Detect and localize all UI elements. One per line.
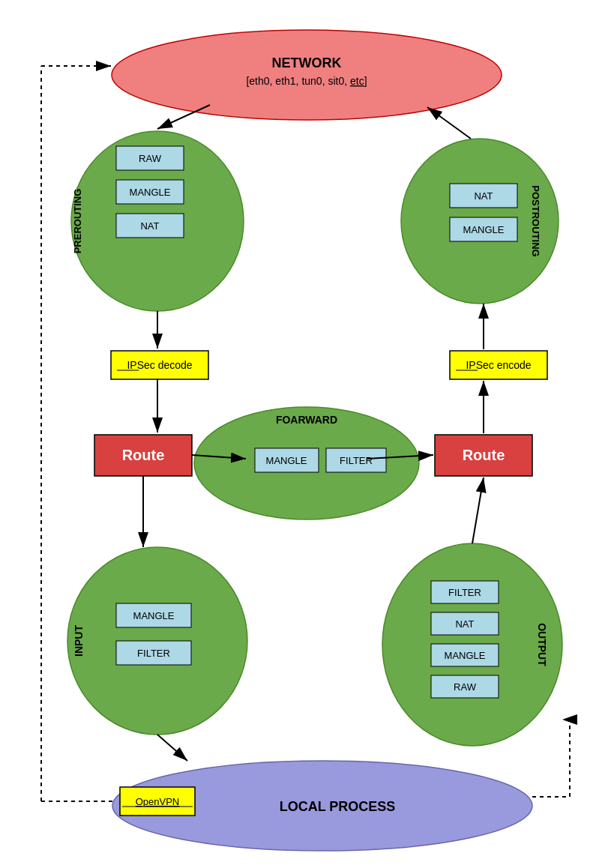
postrouting-label: POSTROUTING: [530, 185, 541, 256]
input-to-local-arrow: [157, 735, 187, 761]
input-filter-label: FILTER: [137, 648, 170, 659]
output-label: OUTPUT: [536, 623, 548, 666]
output-mangle-label: MANGLE: [445, 650, 486, 661]
output-raw-label: RAW: [454, 681, 477, 693]
output-nat-label: NAT: [455, 618, 474, 630]
input-label: INPUT: [73, 625, 85, 657]
forward-mangle-label: MANGLE: [266, 455, 307, 466]
prerouting-mangle-label: MANGLE: [130, 187, 171, 198]
network-sublabel: [eth0, eth1, tun0, sit0, etc]: [246, 75, 367, 87]
ipsec-decode-label: IPSec decode: [127, 359, 192, 371]
input-mangle-label: MANGLE: [133, 610, 175, 621]
ipsec-encode-label: IPSec encode: [466, 359, 531, 371]
local-process-label: LOCAL PROCESS: [280, 799, 396, 814]
forward-filter-label: FILTER: [340, 455, 373, 466]
openvpn-label: OpenVPN: [136, 796, 180, 807]
route-left-label: Route: [122, 447, 165, 463]
prerouting-nat-label: NAT: [140, 220, 159, 232]
route-right-label: Route: [463, 447, 505, 463]
forward-label: FOARWARD: [276, 414, 337, 426]
prerouting-raw-label: RAW: [139, 153, 162, 164]
prerouting-label: PREROUTING: [72, 189, 83, 254]
postrouting-mangle-label: MANGLE: [463, 224, 505, 235]
output-to-route-right-arrow: [472, 477, 484, 543]
postrouting-to-network-arrow: [427, 107, 471, 139]
output-filter-label: FILTER: [448, 587, 481, 598]
postrouting-nat-label: NAT: [474, 190, 493, 202]
diagram-svg: NETWORK [eth0, eth1, tun0, sit0, etc] PR…: [0, 0, 614, 868]
network-label: NETWORK: [272, 55, 342, 70]
